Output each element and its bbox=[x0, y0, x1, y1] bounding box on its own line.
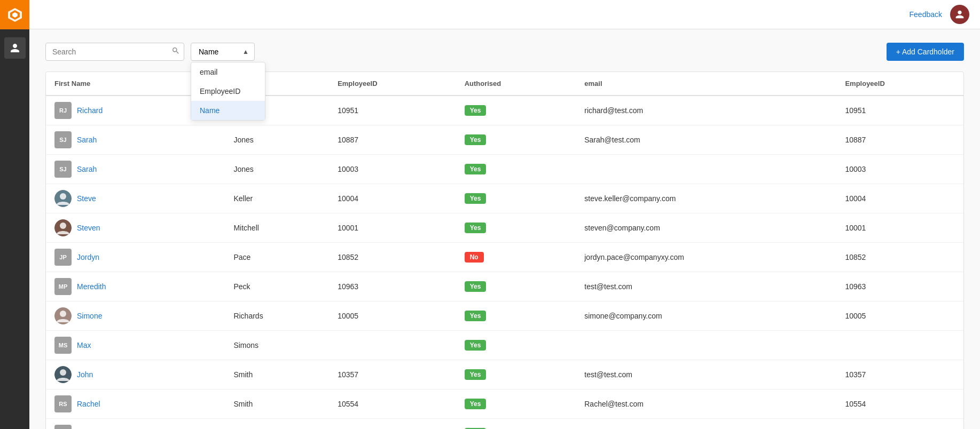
chevron-up-icon: ▲ bbox=[242, 48, 249, 55]
table-row[interactable]: JPJordynPace10852Nojordyn.pace@companyxy… bbox=[46, 243, 963, 272]
cell-email: jordyn.pace@companyxy.com bbox=[576, 243, 836, 272]
cell-last-name: Test bbox=[225, 419, 329, 430]
cell-employee-id: 10001 bbox=[329, 213, 456, 243]
search-input[interactable] bbox=[45, 43, 184, 61]
add-cardholder-button[interactable]: + Add Cardholder bbox=[887, 43, 964, 61]
cell-last-name: Richards bbox=[225, 301, 329, 331]
filter-selected-label: Name bbox=[199, 47, 218, 56]
authorised-badge: Yes bbox=[465, 399, 487, 409]
initials-avatar: MS bbox=[54, 337, 72, 354]
first-name-link[interactable]: Steven bbox=[77, 224, 100, 232]
authorised-badge: No bbox=[465, 252, 484, 263]
cell-employee-id: 10005 bbox=[329, 301, 456, 331]
first-name-link[interactable]: Jordyn bbox=[77, 253, 99, 261]
col-authorised: Authorised bbox=[456, 72, 576, 96]
initials-avatar: RJ bbox=[54, 102, 72, 119]
first-name-link[interactable]: Richard bbox=[77, 106, 103, 115]
cell-employee-id2: 10005 bbox=[836, 301, 963, 331]
initials-avatar: SJ bbox=[54, 161, 72, 178]
app-logo[interactable] bbox=[0, 0, 29, 29]
initials-avatar: MP bbox=[54, 278, 72, 295]
cell-last-name: Smith bbox=[225, 360, 329, 390]
cell-first-name: SJSarah bbox=[46, 155, 225, 184]
cell-last-name: Keller bbox=[225, 184, 329, 213]
cell-email: test@test.com bbox=[576, 272, 836, 301]
table-row[interactable]: SJSarahJones10003Yes10003 bbox=[46, 155, 963, 184]
first-name-link[interactable]: Max bbox=[77, 341, 91, 349]
authorised-badge: Yes bbox=[465, 134, 487, 145]
cell-authorised: No bbox=[456, 243, 576, 272]
cell-employee-id2: 14788 bbox=[836, 419, 963, 430]
cell-first-name: MTMatthew bbox=[46, 419, 225, 430]
first-name-link[interactable]: Rachel bbox=[77, 400, 100, 408]
cell-email: Rachel@test.com bbox=[576, 390, 836, 419]
cell-employee-id: 10887 bbox=[329, 125, 456, 155]
table-header-row: First Name EmployeeID Authorised email E… bbox=[46, 72, 963, 96]
table-row[interactable]: MPMeredithPeck10963Yestest@test.com10963 bbox=[46, 272, 963, 301]
cell-employee-id2: 10004 bbox=[836, 184, 963, 213]
cell-authorised: Yes bbox=[456, 125, 576, 155]
cell-employee-id2: 10951 bbox=[836, 96, 963, 125]
cell-authorised: Yes bbox=[456, 155, 576, 184]
filter-select-button[interactable]: Name ▲ bbox=[191, 43, 255, 61]
cell-employee-id: 10554 bbox=[329, 390, 456, 419]
table-row[interactable]: SJSarahJones10887YesSarah@test.com10887 bbox=[46, 125, 963, 155]
header: Feedback bbox=[29, 0, 980, 29]
table-row[interactable]: MSMaxSimonsYes bbox=[46, 331, 963, 360]
table-row[interactable]: SteveKeller10004Yessteve.keller@company.… bbox=[46, 184, 963, 213]
initials-avatar: JP bbox=[54, 249, 72, 266]
sidebar bbox=[0, 0, 29, 429]
cell-authorised: Yes bbox=[456, 213, 576, 243]
cell-authorised: Yes bbox=[456, 360, 576, 390]
table-row[interactable]: RJRichard10951Yesrichard@test.com10951 bbox=[46, 96, 963, 125]
first-name-link[interactable]: Sarah bbox=[77, 165, 97, 173]
authorised-badge: Yes bbox=[465, 164, 487, 174]
cell-last-name: Jones bbox=[225, 125, 329, 155]
svg-point-10 bbox=[60, 369, 66, 376]
table-row[interactable]: StevenMitchell10001Yessteven@company.com… bbox=[46, 213, 963, 243]
dropdown-item-name[interactable]: Name bbox=[191, 101, 265, 120]
cell-employee-id: 10357 bbox=[329, 360, 456, 390]
cell-employee-id: 10004 bbox=[329, 184, 456, 213]
dropdown-item-email[interactable]: email bbox=[191, 62, 265, 82]
first-name-link[interactable]: Sarah bbox=[77, 136, 97, 144]
initials-avatar: RS bbox=[54, 395, 72, 412]
cell-email: Sarah@test.com bbox=[576, 125, 836, 155]
authorised-badge: Yes bbox=[465, 105, 487, 116]
sidebar-item-cardholders[interactable] bbox=[4, 37, 26, 59]
table-row[interactable]: MTMatthewTest14788YesMatthew@test.com147… bbox=[46, 419, 963, 430]
first-name-link[interactable]: Simone bbox=[77, 312, 102, 320]
cell-employee-id: 10951 bbox=[329, 96, 456, 125]
cell-email: steve.keller@company.com bbox=[576, 184, 836, 213]
search-button[interactable] bbox=[171, 46, 180, 57]
table-row[interactable]: SimoneRichards10005Yessimone@company.com… bbox=[46, 301, 963, 331]
cell-last-name: Pace bbox=[225, 243, 329, 272]
cell-authorised: Yes bbox=[456, 419, 576, 430]
dropdown-item-employeeid[interactable]: EmployeeID bbox=[191, 82, 265, 101]
cell-employee-id: 10963 bbox=[329, 272, 456, 301]
authorised-badge: Yes bbox=[465, 311, 487, 321]
cell-last-name: Peck bbox=[225, 272, 329, 301]
feedback-link[interactable]: Feedback bbox=[910, 10, 942, 19]
cell-email bbox=[576, 331, 836, 360]
svg-point-4 bbox=[60, 193, 66, 200]
initials-avatar: MT bbox=[54, 425, 72, 429]
cell-authorised: Yes bbox=[456, 331, 576, 360]
first-name-link[interactable]: Steve bbox=[77, 194, 96, 203]
toolbar: Name ▲ email EmployeeID Name + Add Cardh… bbox=[45, 43, 964, 61]
initials-avatar: SJ bbox=[54, 131, 72, 148]
svg-point-8 bbox=[60, 311, 66, 317]
cell-authorised: Yes bbox=[456, 184, 576, 213]
cell-employee-id2: 10887 bbox=[836, 125, 963, 155]
table-row[interactable]: JohnSmith10357Yestest@test.com10357 bbox=[46, 360, 963, 390]
cell-last-name: Jones bbox=[225, 155, 329, 184]
search-wrapper bbox=[45, 43, 184, 61]
cell-employee-id2 bbox=[836, 331, 963, 360]
table-row[interactable]: RSRachelSmith10554YesRachel@test.com1055… bbox=[46, 390, 963, 419]
first-name-link[interactable]: John bbox=[77, 370, 93, 379]
main-area: Feedback Name ▲ bbox=[29, 0, 980, 429]
cell-email: Matthew@test.com bbox=[576, 419, 836, 430]
avatar[interactable] bbox=[950, 5, 969, 24]
cardholders-table: First Name EmployeeID Authorised email E… bbox=[45, 72, 964, 429]
first-name-link[interactable]: Meredith bbox=[77, 282, 106, 291]
